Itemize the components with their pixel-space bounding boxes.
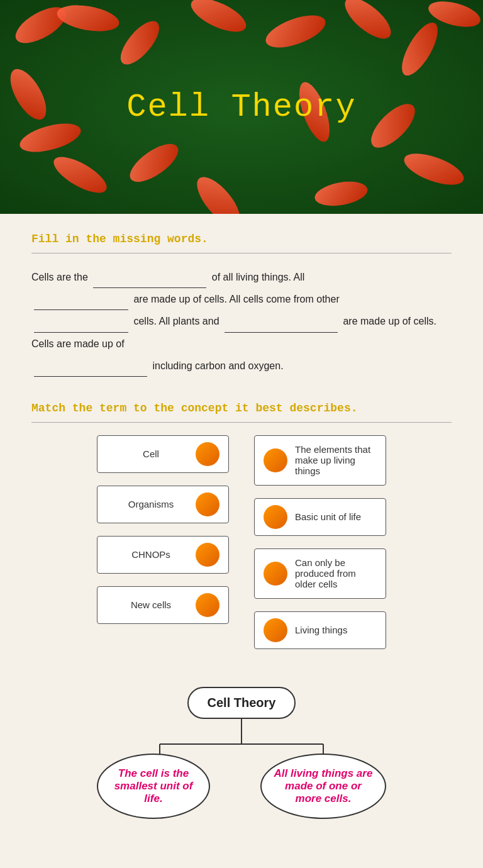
- match-left-label-3: New cells: [106, 599, 196, 610]
- concept-map-branches-container: The cell is the smallest unit of life. A…: [84, 719, 399, 820]
- concept-node-text-0: The cell is the smallest unit of life.: [97, 754, 210, 819]
- match-right-item-1[interactable]: Basic unit of life: [254, 498, 386, 536]
- blank-1[interactable]: [93, 274, 206, 288]
- match-heading: Match the term to the concept it best de…: [31, 402, 452, 415]
- match-grid: Cell Organisms CHNOPs New cells: [31, 435, 452, 649]
- match-dot-right-0[interactable]: [264, 448, 287, 472]
- match-dot-right-2[interactable]: [264, 562, 287, 586]
- match-left-item-3[interactable]: New cells: [97, 586, 229, 624]
- match-section: Match the term to the concept it best de…: [31, 402, 452, 649]
- match-left-label-1: Organisms: [106, 499, 196, 509]
- match-left-col: Cell Organisms CHNOPs New cells: [97, 435, 229, 624]
- match-right-item-0[interactable]: The elements that make up living things: [254, 435, 386, 486]
- match-dot-left-0[interactable]: [196, 442, 219, 466]
- match-right-item-3[interactable]: Living things: [254, 611, 386, 649]
- concept-node-1: All living things are made of one or mor…: [260, 754, 392, 819]
- concept-map: Cell Theory The cell is the smallest uni…: [31, 687, 452, 820]
- match-left-item-2[interactable]: CHNOPs: [97, 536, 229, 574]
- match-left-label-2: CHNOPs: [106, 549, 196, 560]
- match-right-label-2: Can only be produced from older cells: [295, 557, 377, 589]
- hero-section: Cell Theory: [0, 0, 483, 214]
- match-dot-right-3[interactable]: [264, 618, 287, 642]
- match-left-item-0[interactable]: Cell: [97, 435, 229, 473]
- blank-3[interactable]: [34, 319, 128, 333]
- match-dot-left-2[interactable]: [196, 543, 219, 567]
- page-title: Cell Theory: [126, 89, 356, 126]
- match-right-item-2[interactable]: Can only be produced from older cells: [254, 548, 386, 599]
- fill-in-heading: Fill in the missing words.: [31, 233, 452, 245]
- match-dot-right-1[interactable]: [264, 505, 287, 529]
- match-dot-left-1[interactable]: [196, 492, 219, 516]
- match-right-label-0: The elements that make up living things: [295, 444, 377, 476]
- concept-node-text-1: All living things are made of one or mor…: [260, 754, 386, 819]
- blank-2[interactable]: [34, 296, 128, 310]
- match-right-label-3: Living things: [295, 625, 377, 635]
- concept-map-center: Cell Theory: [187, 687, 296, 719]
- match-left-item-1[interactable]: Organisms: [97, 486, 229, 523]
- match-left-label-0: Cell: [106, 448, 196, 459]
- blank-4[interactable]: [225, 319, 338, 333]
- main-content: Fill in the missing words. Cells are the…: [0, 214, 483, 868]
- match-right-label-1: Basic unit of life: [295, 511, 377, 522]
- match-right-col: The elements that make up living things …: [254, 435, 386, 649]
- fill-in-paragraph: Cells are the of all living things. All …: [31, 266, 452, 377]
- blank-5[interactable]: [34, 363, 147, 377]
- match-dot-left-3[interactable]: [196, 593, 219, 617]
- concept-node-0: The cell is the smallest unit of life.: [97, 754, 216, 819]
